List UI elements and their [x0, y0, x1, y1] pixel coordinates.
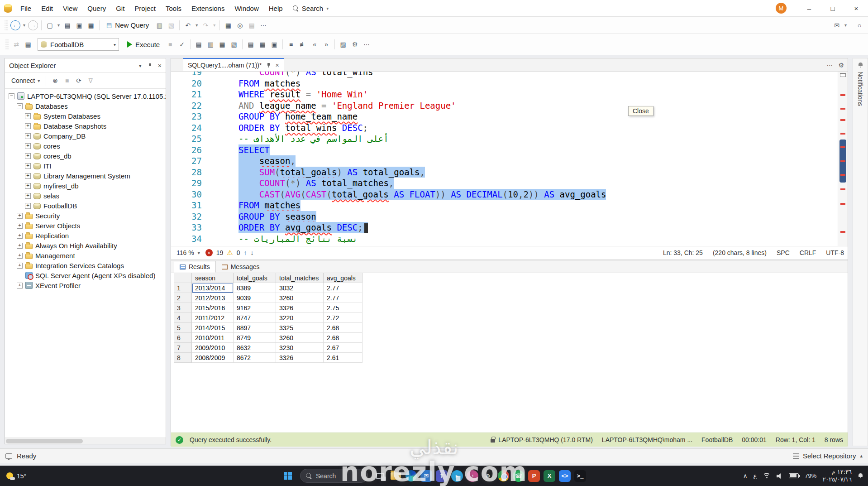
repository-chevron-icon[interactable]: ▴ — [860, 453, 863, 459]
grid-cell[interactable]: 2.72 — [324, 313, 362, 323]
media-player-icon[interactable]: ♪ — [465, 468, 480, 484]
code-line[interactable]: 22AND league_name = 'England Premier Lea… — [171, 100, 838, 111]
query-options-icon[interactable]: ⚙ — [349, 38, 361, 50]
toolbar-overflow-button-2[interactable]: ⋯ — [361, 38, 372, 50]
hscrollbar-thumb[interactable] — [6, 439, 83, 443]
user-avatar[interactable]: M — [776, 3, 787, 14]
tree-expander-icon[interactable]: + — [25, 163, 31, 169]
tree-item[interactable]: +XEvent Profiler — [5, 280, 166, 290]
query-document-tab[interactable]: SQLQuery1....oham (71))* × — [183, 58, 284, 71]
grid-cell[interactable]: 3230 — [276, 343, 324, 353]
connect-button[interactable]: Connect ▾ — [9, 75, 43, 87]
tree-item[interactable]: +Library Management System — [5, 171, 166, 181]
row-header[interactable]: 5 — [174, 323, 192, 333]
open-file-button[interactable]: ▤ — [62, 19, 73, 31]
tree-expander-icon[interactable]: + — [25, 113, 31, 119]
edge-icon[interactable] — [403, 468, 419, 484]
tab-close-icon[interactable]: × — [275, 62, 279, 69]
code-line[interactable]: 24ORDER BY total_wins DESC; — [171, 122, 838, 134]
grid-cell[interactable]: 2015/2016 — [192, 303, 234, 313]
display-estimated-plan-icon[interactable]: ▤ — [193, 38, 205, 50]
tree-expander-icon[interactable]: + — [17, 233, 23, 239]
prev-issue-icon[interactable]: ↑ — [244, 249, 247, 256]
tree-item[interactable]: +Integration Services Catalogs — [5, 260, 166, 270]
grid-cell[interactable]: 3260 — [276, 293, 324, 303]
find-icon[interactable]: ◎ — [234, 19, 246, 31]
grid-cell[interactable]: 2.75 — [324, 303, 362, 313]
error-count-icon[interactable]: × — [205, 249, 213, 256]
row-header[interactable]: 3 — [174, 303, 192, 313]
editor-settings-icon[interactable]: ⚙ — [838, 62, 844, 69]
tree-expander-icon[interactable]: + — [25, 173, 31, 179]
query-toolbar-grip[interactable] — [5, 39, 9, 49]
toolbar-grip[interactable] — [5, 20, 8, 30]
grid-cell[interactable]: 2009/2010 — [192, 343, 234, 353]
code-line[interactable]: 20FROM matches — [171, 78, 838, 89]
start-button[interactable] — [280, 468, 296, 484]
warning-count-icon[interactable]: ⚠ — [227, 249, 233, 257]
code-line[interactable]: 26SELECT — [171, 144, 838, 156]
column-header-total_goals[interactable]: total_goals — [234, 273, 276, 283]
grid-cell[interactable]: 2011/2012 — [192, 313, 234, 323]
grid-cell[interactable]: 2010/2011 — [192, 333, 234, 343]
panel-close-icon[interactable]: × — [158, 62, 162, 69]
tree-item[interactable]: +Company_DB — [5, 131, 166, 141]
grid-cell[interactable]: 8897 — [234, 323, 276, 333]
include-actual-plan-icon[interactable]: ▦ — [216, 38, 228, 50]
telegram-icon[interactable]: ▸ — [449, 468, 465, 484]
tree-item[interactable]: +selas — [5, 191, 166, 201]
tree-item[interactable]: −LAPTOP-6LT3QMHQ (SQL Server 17.0.1105.2… — [5, 91, 166, 101]
code-line[interactable]: 29 COUNT(*) AS total_matches, — [171, 178, 838, 189]
tree-expander-icon[interactable]: + — [25, 123, 31, 129]
weather-widget[interactable]: 15° — [6, 472, 26, 480]
grid-cell[interactable]: 3325 — [276, 323, 324, 333]
clock[interactable]: ١٢:٣٦ م ٢٠٢٥/٠٧/١٦ — [822, 468, 852, 484]
refresh-icon[interactable]: ⟳ — [73, 75, 85, 87]
results-to-text-icon[interactable]: ▤ — [245, 38, 257, 50]
tree-item[interactable]: +FootballDB — [5, 201, 166, 211]
tree-item[interactable]: +Replication — [5, 231, 166, 241]
tree-item[interactable]: +Security — [5, 211, 166, 221]
code-line[interactable]: 32GROUP BY season — [171, 211, 838, 222]
include-client-statistics-icon[interactable]: ▥ — [205, 38, 216, 50]
menu-file[interactable]: File — [15, 0, 36, 16]
menu-extensions[interactable]: Extensions — [186, 0, 229, 16]
chrome-icon[interactable] — [496, 468, 511, 484]
encoding[interactable]: UTF-8 — [826, 249, 844, 256]
notification-center-icon[interactable] — [858, 473, 863, 479]
parse-query-button[interactable]: ✓ — [176, 38, 188, 50]
tree-item[interactable]: +Database Snapshots — [5, 121, 166, 131]
row-header[interactable]: 6 — [174, 333, 192, 343]
excel-icon[interactable]: X — [542, 468, 557, 484]
code-line[interactable]: 30 CAST(AVG(CAST(total_goals AS FLOAT)) … — [171, 189, 838, 200]
tree-item[interactable]: −Databases — [5, 101, 166, 111]
row-header[interactable]: 7 — [174, 343, 192, 353]
task-status-icon[interactable]: ○ — [854, 19, 865, 31]
grid-cell[interactable]: 2.68 — [324, 323, 362, 333]
tree-expander-icon[interactable]: + — [17, 213, 23, 219]
error-count[interactable]: 19 — [216, 249, 224, 256]
minimize-button[interactable]: – — [797, 0, 821, 16]
tree-item[interactable]: SQL Server Agent (Agent XPs disabled) — [5, 270, 166, 280]
grid-cell[interactable]: 2014/2015 — [192, 323, 234, 333]
toolbar-overflow-button[interactable]: ⋯ — [258, 19, 269, 31]
tree-item[interactable]: +cores_db — [5, 151, 166, 161]
undo-button[interactable]: ↶ — [182, 19, 194, 31]
menu-window[interactable]: Window — [229, 0, 263, 16]
code-line[interactable]: 33ORDER BY avg_goals DESC; — [171, 222, 838, 233]
pin-icon[interactable] — [147, 63, 153, 68]
select-repository-button[interactable]: Select Repository — [803, 452, 856, 460]
code-line[interactable]: 23GROUP BY home_team_name — [171, 111, 838, 122]
space-mode[interactable]: SPC — [777, 249, 790, 256]
code-line[interactable]: 25-- أعلى المواسم في عدد الأهداف — [171, 133, 838, 144]
back-button[interactable]: ← — [10, 20, 20, 30]
code-line[interactable]: 21WHERE result = 'Home Win' — [171, 89, 838, 100]
code-line[interactable]: 34-- نسبة نتائج المباريات — [171, 233, 838, 245]
menu-search[interactable]: Search ▾ — [288, 5, 334, 12]
grid-cell[interactable]: 2013/2014 — [192, 283, 234, 293]
wifi-icon[interactable] — [763, 473, 771, 479]
results-to-file-icon[interactable]: ▣ — [268, 38, 280, 50]
editor-scrollbar[interactable] — [838, 72, 848, 246]
grid-cell[interactable]: 2.68 — [324, 333, 362, 343]
grid-cell[interactable]: 8389 — [234, 283, 276, 293]
